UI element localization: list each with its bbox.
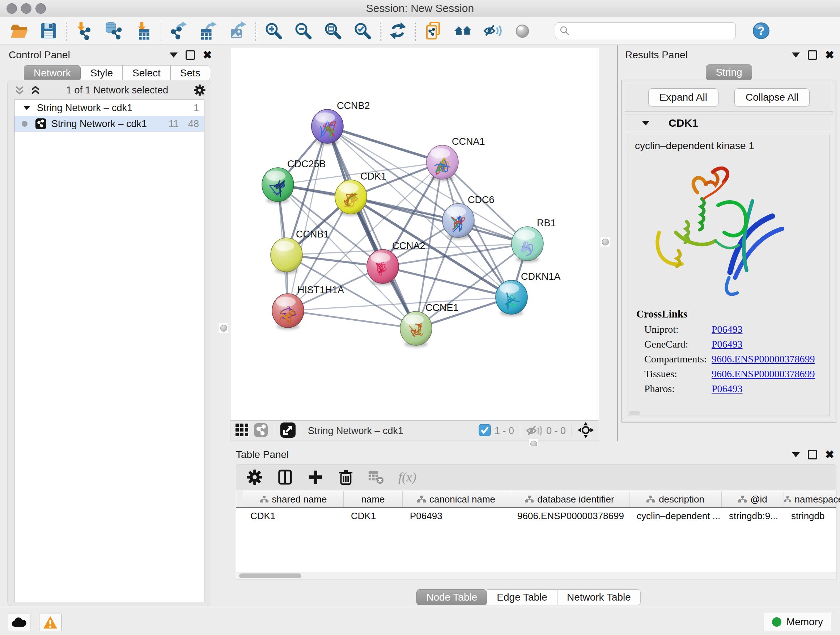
- table-options-gear-icon[interactable]: [246, 469, 263, 486]
- minimize-window-button[interactable]: [21, 3, 32, 14]
- share-document-icon[interactable]: [424, 21, 443, 40]
- results-scrollbar-thumb[interactable]: [629, 411, 640, 415]
- table-cell[interactable]: 9606.ENSP00000378699: [510, 508, 630, 524]
- tab-select[interactable]: Select: [123, 65, 171, 81]
- horizontal-splitter[interactable]: [217, 441, 840, 446]
- results-menu-icon[interactable]: [792, 52, 800, 57]
- cloud-button[interactable]: [8, 614, 30, 631]
- collapse-all-button[interactable]: Collapse All: [734, 88, 810, 106]
- tab-style[interactable]: Style: [81, 65, 123, 81]
- show-columns-icon[interactable]: [277, 469, 294, 486]
- delete-column-icon[interactable]: [338, 469, 354, 486]
- crosslink-link[interactable]: P06493: [712, 324, 743, 335]
- column-header-database-identifier[interactable]: database identifier: [510, 491, 630, 507]
- column-header-namespace[interactable]: namespace: [784, 491, 840, 507]
- network-node-cdkn1a[interactable]: [496, 280, 527, 316]
- collapse-entry-icon[interactable]: [642, 120, 650, 126]
- right-splitter[interactable]: [599, 45, 617, 446]
- network-options-gear-icon[interactable]: [194, 84, 206, 96]
- crosslink-link[interactable]: P06493: [712, 339, 743, 350]
- expand-all-button[interactable]: Expand All: [648, 88, 718, 106]
- close-panel-icon[interactable]: ✖: [203, 51, 212, 59]
- table-close-icon[interactable]: ✖: [825, 451, 834, 458]
- help-button[interactable]: ?: [752, 21, 771, 40]
- table-cell[interactable]: cyclin–dependent ...: [630, 508, 722, 524]
- function-builder-icon[interactable]: f(x): [398, 470, 416, 485]
- network-node-cdc25b[interactable]: [262, 168, 294, 203]
- table-cell[interactable]: CDK1: [344, 508, 403, 524]
- network-node-cdc6[interactable]: [442, 203, 474, 239]
- float-panel-icon[interactable]: [186, 50, 195, 60]
- table-cell[interactable]: P06493: [403, 508, 510, 524]
- network-node-ccna2[interactable]: [367, 249, 399, 285]
- network-canvas[interactable]: CCNB2CCNA1CDC25BCDK1CDC6RB1CCNB1CCNA2CDK…: [230, 47, 599, 421]
- network-node-ccnb1[interactable]: [271, 238, 302, 274]
- table-cell[interactable]: stringdb:9...: [722, 508, 784, 524]
- tab-network[interactable]: Network: [24, 65, 81, 81]
- show-grid-icon[interactable]: [235, 424, 248, 438]
- refresh-layout-icon[interactable]: [388, 21, 407, 40]
- network-share-icon[interactable]: [254, 423, 268, 439]
- table-row[interactable]: CDK1CDK1P064939606.ENSP00000378699cyclin…: [236, 508, 836, 524]
- node-result-header[interactable]: CDK1: [625, 114, 833, 132]
- tree-row-network[interactable]: String Network – cdk11148: [14, 116, 204, 132]
- add-column-icon[interactable]: [307, 469, 324, 486]
- collapse-collection-icon[interactable]: [23, 105, 30, 111]
- network-node-ccna1[interactable]: [426, 145, 458, 181]
- results-float-icon[interactable]: [808, 50, 817, 60]
- export-network-icon[interactable]: [169, 21, 188, 40]
- show-graphics-details-icon[interactable]: [513, 21, 532, 40]
- zoom-selected-icon[interactable]: [353, 21, 372, 40]
- open-session-icon[interactable]: [9, 21, 28, 40]
- memory-button[interactable]: Memory: [764, 613, 831, 631]
- search-input[interactable]: [573, 25, 731, 36]
- zoom-in-icon[interactable]: [264, 21, 283, 40]
- tab-node-table[interactable]: Node Table: [416, 589, 487, 605]
- birds-eye-view-icon[interactable]: [280, 422, 296, 440]
- hide-unhide-graphics-icon[interactable]: [483, 21, 502, 40]
- import-network-icon[interactable]: [74, 21, 93, 40]
- tab-network-table[interactable]: Network Table: [557, 589, 641, 605]
- network-node-rb1[interactable]: [512, 226, 543, 263]
- save-session-icon[interactable]: [39, 21, 58, 40]
- delete-table-icon[interactable]: [368, 469, 385, 486]
- column-header-canonical-name[interactable]: canonical name: [403, 491, 510, 507]
- zoom-window-button[interactable]: [35, 3, 46, 14]
- collapse-all-icon[interactable]: [14, 86, 25, 95]
- hidden-eye-icon[interactable]: [526, 423, 543, 439]
- import-table-icon[interactable]: [134, 21, 153, 40]
- warning-button[interactable]: [39, 614, 62, 631]
- import-network-database-icon[interactable]: [104, 21, 123, 40]
- column-header-shared-name[interactable]: shared name: [243, 491, 344, 507]
- tab-sets[interactable]: Sets: [171, 65, 210, 81]
- results-close-icon[interactable]: ✖: [825, 51, 834, 59]
- fit-selected-crosshair-icon[interactable]: [578, 422, 594, 440]
- column-header-name[interactable]: name: [344, 491, 403, 507]
- tab-string[interactable]: String: [706, 65, 752, 80]
- table-horizontal-scrollbar[interactable]: [236, 572, 836, 580]
- network-node-cdk1[interactable]: [335, 180, 367, 216]
- right-splitter-handle[interactable]: [600, 237, 610, 247]
- tab-edge-table[interactable]: Edge Table: [487, 589, 557, 605]
- network-node-hist1h1a[interactable]: [272, 294, 304, 329]
- left-splitter[interactable]: [217, 45, 230, 446]
- crosslink-link[interactable]: 9606.ENSP00000378699: [712, 368, 815, 380]
- table-menu-icon[interactable]: [792, 452, 800, 457]
- expand-all-icon[interactable]: [30, 86, 41, 95]
- table-cell[interactable]: stringdb: [784, 508, 840, 524]
- column-header-description[interactable]: description: [630, 491, 722, 507]
- network-overview-icon[interactable]: [454, 21, 472, 40]
- selected-nodes-checkbox[interactable]: [478, 424, 491, 438]
- table-scrollbar-thumb[interactable]: [239, 573, 302, 578]
- close-window-button[interactable]: [6, 3, 17, 14]
- export-image-icon[interactable]: [229, 21, 248, 40]
- crosslink-link[interactable]: 9606.ENSP00000378699: [712, 353, 815, 365]
- tree-row-collection[interactable]: String Network – cdk11: [14, 100, 204, 116]
- table-float-icon[interactable]: [808, 450, 817, 459]
- network-node-ccne1[interactable]: [400, 311, 432, 347]
- zoom-fit-icon[interactable]: [324, 21, 342, 40]
- export-table-icon[interactable]: [199, 21, 218, 40]
- table-cell[interactable]: CDK1: [243, 508, 344, 524]
- zoom-out-icon[interactable]: [294, 21, 313, 40]
- column-header--id[interactable]: @id: [722, 491, 784, 507]
